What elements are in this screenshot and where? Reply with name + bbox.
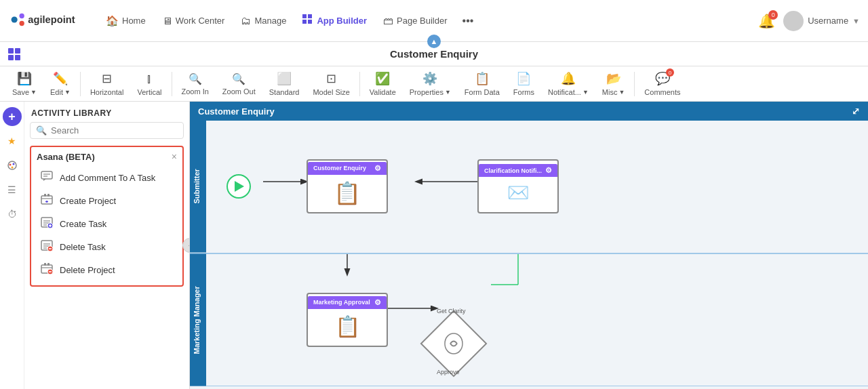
customer-enquiry-icon: 📋 — [334, 180, 361, 206]
nav-workcenter[interactable]: 🖥 Work Center — [155, 11, 232, 30]
activity-item-create-task[interactable]: Create Task — [37, 212, 177, 235]
comments-button[interactable]: 💬 0 Comments — [637, 68, 687, 99]
standard-icon: ⬜ — [277, 71, 292, 86]
home-icon: 🏠 — [106, 15, 119, 27]
clarification-notif-settings[interactable]: ⚙ — [545, 166, 552, 175]
user-menu[interactable]: Username ▼ — [783, 11, 860, 31]
logo: agilepoint — [8, 7, 83, 34]
toolbar-separator-4 — [634, 72, 635, 96]
toolbar: 💾 Save▼ ✏️ Edit▼ ⊟ Horizontal ⫿ Vertical… — [0, 66, 868, 102]
horizontal-label: Horizontal — [90, 88, 124, 96]
search-input[interactable] — [51, 125, 178, 136]
toolbar-separator-3 — [359, 72, 360, 96]
create-project-icon — [39, 192, 54, 209]
add-comment-label: Add Comment To A Task — [60, 173, 155, 183]
svg-rect-6 — [302, 20, 307, 24]
marketing-approval-settings[interactable]: ⚙ — [374, 298, 381, 307]
zoomin-icon: 🔍 — [189, 73, 202, 85]
nav-pagebuilder[interactable]: 🗃 Page Builder — [376, 11, 454, 30]
vertical-button[interactable]: ⫿ Vertical — [130, 69, 168, 99]
get-clarity-label: Get Clarity — [437, 308, 466, 314]
notifications-toolbar-button[interactable]: 🔔 Notificat...▼ — [541, 68, 595, 99]
canvas-header-icons: ⤢ — [852, 106, 860, 117]
standard-button[interactable]: ⬜ Standard — [262, 68, 307, 99]
sidebar-timer-button[interactable]: ⏱ — [3, 205, 22, 224]
modelsize-label: Model Size — [313, 88, 349, 96]
sidebar-favorites-button[interactable]: ★ — [3, 131, 22, 150]
customer-enquiry-settings[interactable]: ⚙ — [374, 164, 381, 173]
save-label: Save▼ — [12, 88, 37, 96]
zoomout-button[interactable]: 🔍 Zoom Out — [216, 70, 262, 98]
clarification-notif-title: Clarification Notifi... — [484, 167, 542, 174]
comments-icon-wrap: 💬 0 — [655, 71, 670, 86]
create-project-label: Create Project — [60, 196, 116, 206]
flow-arrows-2 — [206, 254, 868, 386]
marketing-approval-node[interactable]: Marketing Approval ⚙ 📋 — [307, 293, 388, 347]
vertical-label: Vertical — [137, 88, 161, 96]
nav-manage[interactable]: 🗂 Manage — [234, 11, 293, 30]
approve-label: Approve — [437, 369, 460, 375]
top-navigation: agilepoint 🏠 Home 🖥 Work Center 🗂 Manage… — [0, 0, 868, 42]
category-close-button[interactable]: × — [172, 151, 177, 162]
misc-button[interactable]: 📂 Misc▼ — [595, 68, 632, 99]
activity-category-asana: Asana (BETA) × Add Comment To A Task Cre… — [30, 146, 184, 287]
nav-appbuilder[interactable]: App Builder — [296, 10, 374, 31]
activity-sidebar: + ★ ☰ ⏱ ACTIVITY LIBRARY 🔍 Asana (BETA) … — [0, 102, 190, 389]
search-icon: 🔍 — [36, 125, 47, 136]
canvas-header: Customer Enquiry ⤢ — [190, 102, 868, 121]
svg-rect-4 — [302, 14, 307, 18]
misc-icon: 📂 — [606, 71, 621, 86]
forms-button[interactable]: 📄 Forms — [507, 68, 541, 99]
formdata-button[interactable]: 📋 Form Data — [458, 68, 507, 99]
canvas-expand-icon[interactable]: ⤢ — [852, 106, 860, 117]
activity-item-delete-task[interactable]: Delete Task — [37, 235, 177, 258]
category-title: Asana (BETA) — [37, 152, 95, 162]
swim-lane-marketing-label: Marketing Manager — [190, 254, 206, 386]
comments-label: Comments — [644, 88, 680, 96]
nav-home[interactable]: 🏠 Home — [99, 11, 153, 31]
sidebar-palette-button[interactable] — [3, 156, 22, 175]
activity-item-delete-project[interactable]: Delete Project — [37, 258, 177, 281]
zoomin-button[interactable]: 🔍 Zoom In — [175, 70, 216, 98]
sidebar-list-button[interactable]: ☰ — [3, 180, 22, 199]
svg-text:agilepoint: agilepoint — [28, 14, 75, 25]
svg-point-2 — [20, 21, 24, 26]
workcenter-icon: 🖥 — [162, 15, 172, 26]
sidebar-icons: + ★ ☰ ⏱ — [0, 102, 24, 389]
modelsize-button[interactable]: ⊡ Model Size — [306, 68, 356, 99]
create-task-icon — [39, 216, 54, 232]
delete-project-icon — [39, 262, 54, 278]
customer-enquiry-header: Customer Enquiry ⚙ — [308, 162, 387, 175]
appbuilder-icon — [302, 14, 313, 27]
vertical-icon: ⫿ — [146, 72, 153, 86]
notifications-toolbar-icon: 🔔 — [561, 71, 576, 86]
swim-lanes: Submitter — [190, 121, 868, 386]
validate-icon: ✅ — [375, 71, 390, 86]
delete-task-label: Delete Task — [60, 242, 106, 252]
activity-library-title: ACTIVITY LIBRARY — [31, 108, 112, 118]
validate-button[interactable]: ✅ Validate — [363, 68, 403, 99]
edit-icon: ✏️ — [53, 71, 68, 86]
delete-project-label: Delete Project — [60, 265, 115, 275]
customer-enquiry-node[interactable]: Customer Enquiry ⚙ 📋 — [307, 159, 388, 213]
clarification-notif-node[interactable]: Clarification Notifi... ⚙ ✉️ — [477, 159, 559, 213]
nav-collapse-button[interactable]: ▲ — [427, 35, 441, 48]
properties-button[interactable]: ⚙️ Properties▼ — [403, 68, 458, 99]
swim-lane-submitter-content: Customer Enquiry ⚙ 📋 Clarification Notif… — [206, 121, 868, 253]
zoomout-icon: 🔍 — [232, 73, 245, 85]
activity-item-create-project[interactable]: Create Project — [37, 189, 177, 212]
activity-item-add-comment[interactable]: Add Comment To A Task — [37, 166, 177, 189]
formdata-label: Form Data — [465, 88, 500, 96]
svg-point-1 — [20, 14, 24, 18]
edit-button[interactable]: ✏️ Edit▼ — [43, 68, 77, 99]
sidebar-add-button[interactable]: + — [3, 107, 22, 126]
horizontal-button[interactable]: ⊟ Horizontal — [83, 68, 131, 99]
marketing-approval-icon: 📋 — [335, 314, 360, 338]
notifications-button[interactable]: 🔔 0 — [758, 13, 775, 29]
start-node[interactable] — [226, 174, 251, 199]
save-button[interactable]: 💾 Save▼ — [5, 68, 43, 99]
nav-more[interactable]: ••• — [457, 11, 479, 31]
modelsize-icon: ⊡ — [326, 71, 336, 86]
decision-diamond[interactable] — [420, 310, 488, 377]
properties-label: Properties▼ — [410, 88, 451, 96]
